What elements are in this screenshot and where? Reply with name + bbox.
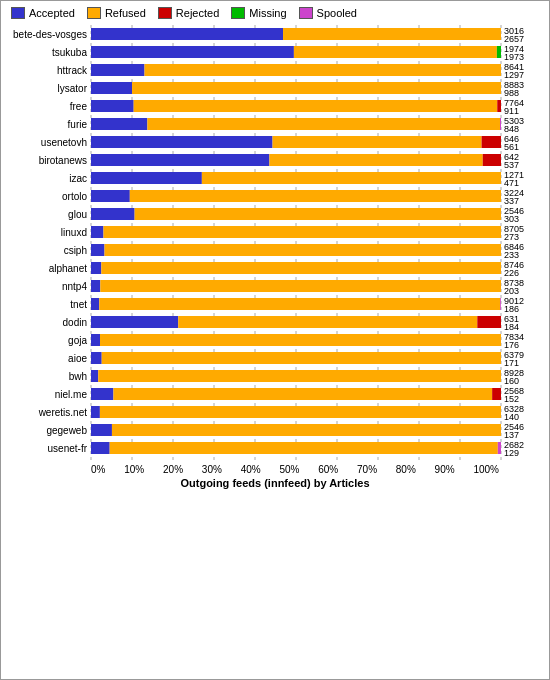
legend-color xyxy=(158,7,172,19)
svg-rect-59 xyxy=(113,388,492,400)
svg-rect-12 xyxy=(283,28,501,40)
legend-item-refused: Refused xyxy=(87,7,146,19)
svg-rect-21 xyxy=(134,100,498,112)
chart-title: Outgoing feeds (innfeed) by Articles xyxy=(1,477,549,489)
bar-number-accepted: 303 xyxy=(504,214,519,224)
x-axis-label: 10% xyxy=(124,464,144,475)
legend-item-spooled: Spooled xyxy=(299,7,357,19)
svg-rect-63 xyxy=(91,424,112,436)
svg-rect-60 xyxy=(492,388,501,400)
svg-rect-34 xyxy=(91,190,130,202)
bar-number-accepted: 140 xyxy=(504,412,519,422)
bar-number-accepted: 1297 xyxy=(504,70,524,80)
svg-rect-28 xyxy=(482,136,501,148)
legend-label: Accepted xyxy=(29,7,75,19)
bar-label: tnet xyxy=(70,299,87,310)
svg-rect-39 xyxy=(103,226,501,238)
legend-item-accepted: Accepted xyxy=(11,7,75,19)
x-axis-label: 80% xyxy=(396,464,416,475)
svg-rect-27 xyxy=(273,136,482,148)
svg-rect-36 xyxy=(91,208,135,220)
svg-rect-64 xyxy=(112,424,501,436)
x-axis-label: 60% xyxy=(318,464,338,475)
bar-number-accepted: 537 xyxy=(504,160,519,170)
bar-number-accepted: 203 xyxy=(504,286,519,296)
x-axis-label: 90% xyxy=(435,464,455,475)
bar-label: linuxd xyxy=(61,227,87,238)
x-axis: 0%10%20%30%40%50%60%70%80%90%100% xyxy=(91,464,499,475)
bar-number-accepted: 160 xyxy=(504,376,519,386)
bar-number-accepted: 848 xyxy=(504,124,519,134)
legend-label: Missing xyxy=(249,7,286,19)
legend-label: Refused xyxy=(105,7,146,19)
svg-rect-35 xyxy=(130,190,501,202)
legend-color xyxy=(299,7,313,19)
svg-rect-44 xyxy=(91,280,100,292)
bar-label: tsukuba xyxy=(52,47,87,58)
svg-rect-62 xyxy=(100,406,501,418)
svg-rect-46 xyxy=(91,298,99,310)
svg-rect-55 xyxy=(102,352,501,364)
svg-rect-30 xyxy=(269,154,482,166)
bar-label: dodin xyxy=(63,317,87,328)
bar-number-accepted: 988 xyxy=(504,88,519,98)
bar-label: gegeweb xyxy=(46,425,87,436)
bar-label: aioe xyxy=(68,353,87,364)
svg-rect-47 xyxy=(99,298,500,310)
bar-label: bete-des-vosges xyxy=(13,29,87,40)
bar-label: csiph xyxy=(64,245,87,256)
bar-label: ortolo xyxy=(62,191,87,202)
bar-number-accepted: 337 xyxy=(504,196,519,206)
svg-rect-14 xyxy=(294,46,497,58)
legend-color xyxy=(11,7,25,19)
svg-rect-65 xyxy=(91,442,110,454)
svg-rect-16 xyxy=(91,64,145,76)
svg-rect-38 xyxy=(91,226,103,238)
bar-label: furie xyxy=(68,119,88,130)
bar-number-accepted: 176 xyxy=(504,340,519,350)
svg-rect-67 xyxy=(498,442,501,454)
svg-rect-56 xyxy=(91,370,98,382)
x-axis-label: 100% xyxy=(473,464,499,475)
bar-label: bwh xyxy=(69,371,87,382)
svg-rect-66 xyxy=(110,442,498,454)
svg-rect-15 xyxy=(497,46,501,58)
bar-label: izac xyxy=(69,173,87,184)
svg-rect-42 xyxy=(91,262,101,274)
x-axis-label: 30% xyxy=(202,464,222,475)
bar-number-accepted: 911 xyxy=(504,106,519,116)
chart-container: AcceptedRefusedRejectedMissingSpooled be… xyxy=(0,0,550,680)
bar-number-accepted: 233 xyxy=(504,250,519,260)
svg-rect-40 xyxy=(91,244,104,256)
svg-rect-26 xyxy=(91,136,273,148)
x-axis-label: 50% xyxy=(279,464,299,475)
svg-rect-53 xyxy=(100,334,501,346)
svg-rect-19 xyxy=(132,82,501,94)
x-axis-label: 40% xyxy=(241,464,261,475)
svg-rect-11 xyxy=(91,28,283,40)
svg-rect-51 xyxy=(477,316,501,328)
svg-rect-22 xyxy=(497,100,501,112)
svg-rect-43 xyxy=(101,262,501,274)
bar-number-accepted: 152 xyxy=(504,394,519,404)
svg-rect-49 xyxy=(91,316,178,328)
bar-number-accepted: 1973 xyxy=(504,52,524,62)
bar-label: usenet-fr xyxy=(48,443,88,454)
svg-rect-50 xyxy=(178,316,477,328)
svg-rect-23 xyxy=(91,118,147,130)
bar-number-accepted: 471 xyxy=(504,178,519,188)
svg-rect-48 xyxy=(500,298,501,310)
bar-number-accepted: 184 xyxy=(504,322,519,332)
bar-label: birotanews xyxy=(39,155,87,166)
bar-label: alphanet xyxy=(49,263,88,274)
svg-rect-33 xyxy=(202,172,501,184)
bar-label: httrack xyxy=(57,65,88,76)
bar-number-accepted: 171 xyxy=(504,358,519,368)
legend-item-rejected: Rejected xyxy=(158,7,219,19)
bar-label: niel.me xyxy=(55,389,88,400)
bar-label: glou xyxy=(68,209,87,220)
svg-rect-17 xyxy=(145,64,501,76)
bar-label: free xyxy=(70,101,88,112)
x-axis-label: 70% xyxy=(357,464,377,475)
bar-number-accepted: 273 xyxy=(504,232,519,242)
